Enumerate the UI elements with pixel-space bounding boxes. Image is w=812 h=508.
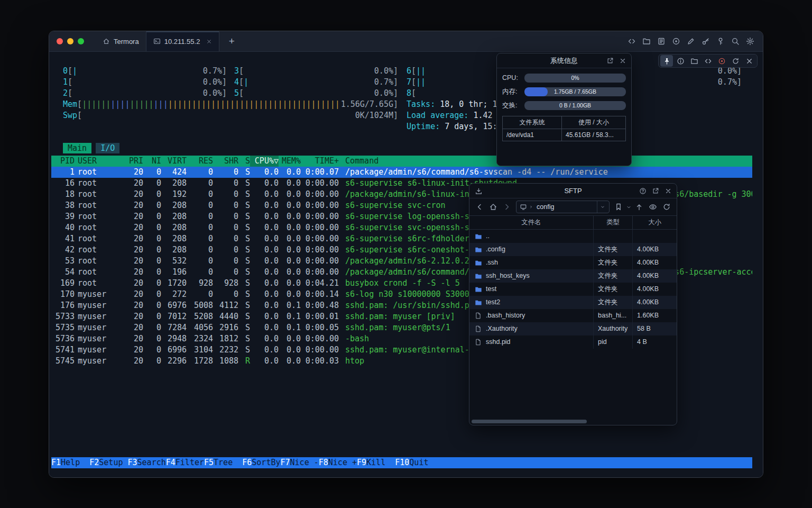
new-tab-button[interactable]: + xyxy=(225,35,238,47)
file-size: 1.60KB xyxy=(633,309,677,322)
edit-icon[interactable] xyxy=(687,37,695,46)
sftp-row-ssh_host_keys[interactable]: ssh_host_keys文件夹4.00KB xyxy=(469,269,677,283)
horizontal-scrollbar[interactable] xyxy=(470,419,676,424)
refresh-icon[interactable] xyxy=(729,55,742,67)
file-name: .config xyxy=(486,244,505,255)
sftp-row-.ssh[interactable]: .ssh文件夹4.00KB xyxy=(469,256,677,269)
open-in-window-icon[interactable] xyxy=(606,57,614,65)
key-icon[interactable] xyxy=(702,37,710,46)
open-in-window-icon[interactable] xyxy=(652,187,659,195)
computer-icon xyxy=(520,203,527,211)
folder-icon[interactable] xyxy=(642,37,651,46)
column-header-pri[interactable]: PRI xyxy=(125,156,143,167)
column-header-s[interactable]: S xyxy=(238,156,250,167)
folder-icon[interactable] xyxy=(688,55,700,67)
window-close-button[interactable] xyxy=(57,38,63,44)
column-header-time[interactable]: TIME+ xyxy=(301,156,339,167)
htop-fn-nice-[interactable]: F7Nice - xyxy=(281,457,319,468)
tab-label: 10.211.55.2 xyxy=(164,38,200,46)
column-filename[interactable]: 文件名 xyxy=(469,216,594,229)
pin-icon[interactable] xyxy=(660,55,673,67)
htop-fn-filter[interactable]: F4Filter xyxy=(166,457,204,468)
code-icon[interactable] xyxy=(628,37,636,46)
htop-fn-tree[interactable]: F5Tree xyxy=(204,457,242,468)
htop-fn-kill[interactable]: F9Kill xyxy=(357,457,395,468)
column-header-mem[interactable]: MEM% xyxy=(279,156,301,167)
record-icon[interactable] xyxy=(672,37,680,46)
cpu-meter-4: 4[|0.7%] xyxy=(234,77,398,88)
traffic-lights xyxy=(57,38,84,44)
log-icon[interactable] xyxy=(657,37,666,46)
column-header-pid[interactable]: PID xyxy=(51,156,75,167)
file-name: sshd.pid xyxy=(486,337,511,348)
column-header-cpu[interactable]: CPU%▽ xyxy=(250,156,279,167)
settings-icon[interactable] xyxy=(746,37,754,46)
htop-fn-quit[interactable]: F10Quit xyxy=(395,457,438,468)
path-dropdown[interactable] xyxy=(597,201,608,213)
cpu-meter-5: 5[0.0%] xyxy=(234,88,398,99)
cpu-meter-3: 3[0.0%] xyxy=(234,66,398,77)
back-icon[interactable] xyxy=(475,203,484,211)
panel-toolbar xyxy=(658,54,758,68)
info-icon[interactable] xyxy=(674,55,687,67)
forward-icon[interactable] xyxy=(503,203,511,211)
column-size[interactable]: 大小 xyxy=(633,216,677,229)
terminal-screen[interactable]: 0[|0.7%]1[0.0%]2[0.0%]3[0.0%]4[|0.7%]5[0… xyxy=(49,52,763,477)
column-header-ni[interactable]: NI xyxy=(143,156,161,167)
record-icon[interactable] xyxy=(715,55,728,67)
keychain-icon[interactable] xyxy=(716,37,725,46)
window-minimize-button[interactable] xyxy=(67,38,73,44)
column-used-size: 使用 / 大小 xyxy=(562,116,626,129)
sftp-row-test2[interactable]: test2文件夹4.00KB xyxy=(469,296,677,309)
sftp-row-.bash_history[interactable]: .bash_historybash_hi...1.60KB xyxy=(469,309,677,322)
sftp-row-.config[interactable]: .config文件夹4.00KB xyxy=(469,243,677,256)
htop-screen-tab-io[interactable]: I/O xyxy=(96,143,119,153)
tab-termora-home[interactable]: Termora xyxy=(96,31,146,51)
column-header-res[interactable]: RES xyxy=(187,156,213,167)
bookmark-icon[interactable] xyxy=(614,203,623,211)
tab-close-icon[interactable] xyxy=(206,39,212,44)
refresh-icon[interactable] xyxy=(662,203,671,211)
scrollbar-thumb[interactable] xyxy=(472,420,587,423)
bookmark-dropdown-icon[interactable] xyxy=(626,204,632,210)
path-breadcrumb[interactable]: config xyxy=(516,201,610,213)
close-icon[interactable] xyxy=(743,55,755,67)
system-info-titlebar[interactable]: 系统信息 xyxy=(497,53,631,68)
process-table-header: PIDUSERPRINIVIRTRESSHRSCPU%▽MEM%TIME+Com… xyxy=(51,156,752,167)
sftp-row-sshd.pid[interactable]: sshd.pidpid4 B xyxy=(469,335,677,349)
htop-fn-search[interactable]: F3Search xyxy=(128,457,166,468)
parent-directory-icon[interactable] xyxy=(635,203,643,211)
show-hidden-icon[interactable] xyxy=(649,203,657,211)
column-header-virt[interactable]: VIRT xyxy=(161,156,187,167)
process-row-pid-1[interactable]: 1root20042400S0.00.00:00.07/package/admi… xyxy=(51,167,752,178)
htop-fn-sortby[interactable]: F6SortBy xyxy=(242,457,280,468)
sftp-toolbar: config xyxy=(469,198,677,216)
transfers-icon[interactable] xyxy=(475,187,483,195)
file-icon xyxy=(474,312,482,319)
home-icon[interactable] xyxy=(489,203,497,211)
sftp-file-list: ...config文件夹4.00KB.ssh文件夹4.00KBssh_host_… xyxy=(469,230,677,349)
sftp-row-..[interactable]: .. xyxy=(469,230,677,243)
column-header-user[interactable]: USER xyxy=(78,156,125,167)
swap-meter: Swp[0K/1024M] xyxy=(63,110,398,121)
search-icon[interactable] xyxy=(731,37,740,46)
tab-session[interactable]: 10.211.55.2 xyxy=(146,31,220,51)
sftp-titlebar[interactable]: SFTP xyxy=(469,184,677,198)
column-header-shr[interactable]: SHR xyxy=(213,156,238,167)
column-type[interactable]: 类型 xyxy=(594,216,633,229)
window-zoom-button[interactable] xyxy=(78,38,84,44)
help-icon[interactable] xyxy=(639,187,647,195)
sftp-row-.Xauthority[interactable]: .XauthorityXauthority58 B xyxy=(469,322,677,335)
code-icon[interactable] xyxy=(702,55,714,67)
cpu-label: CPU: xyxy=(502,72,524,84)
filesystem-row[interactable]: /dev/vda1 45.61GB / 58.3... xyxy=(503,129,626,141)
htop-screen-tab-main[interactable]: Main xyxy=(63,143,91,153)
close-icon[interactable] xyxy=(665,187,672,195)
htop-fn-setup[interactable]: F2Setup xyxy=(89,457,127,468)
file-size: 4.00KB xyxy=(633,296,677,309)
folder-icon xyxy=(474,286,482,293)
sftp-row-test[interactable]: test文件夹4.00KB xyxy=(469,283,677,296)
htop-fn-help[interactable]: F1Help xyxy=(51,457,89,468)
close-icon[interactable] xyxy=(619,57,626,65)
htop-fn-nice-[interactable]: F8Nice + xyxy=(319,457,357,468)
